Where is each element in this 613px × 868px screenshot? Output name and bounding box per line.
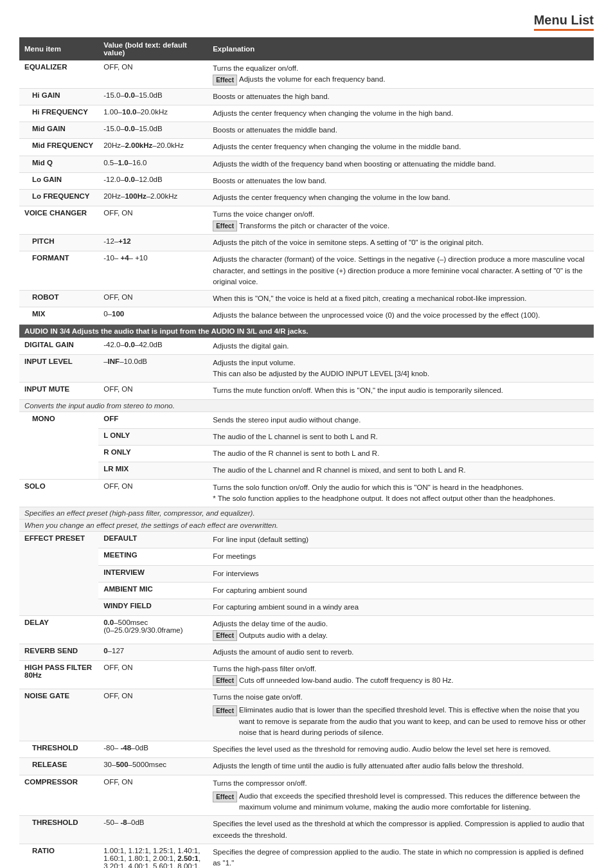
effect-badge: Effect bbox=[213, 705, 237, 716]
list-item: AMBIENT MICFor capturing ambient sound bbox=[19, 582, 594, 599]
effect-badge: Effect bbox=[213, 221, 237, 231]
explanation-cell: When this is "ON," the voice is held at … bbox=[208, 291, 594, 307]
explanation-cell: Turns the solo function on/off. Only the… bbox=[208, 479, 594, 507]
col-header-item: Menu item bbox=[19, 37, 98, 60]
table-row: RELEASE30–500–5000msecAdjusts the length… bbox=[19, 758, 594, 775]
table-row: Hi FREQUENCY1.00–10.0–20.0kHzAdjusts the… bbox=[19, 105, 594, 122]
value-cell: OFF, ON bbox=[98, 775, 208, 816]
value-cell: OFF, ON bbox=[98, 689, 208, 741]
value-cell: 0.5–1.0–16.0 bbox=[98, 156, 208, 172]
table-row: VOICE CHANGEROFF, ONTurns the voice chan… bbox=[19, 206, 594, 235]
list-item: R ONLYThe audio of the R channel is sent… bbox=[19, 446, 594, 462]
page-header: Menu List bbox=[19, 13, 594, 31]
menu-item-cell: COMPRESSOR bbox=[19, 775, 98, 816]
menu-table: Menu item Value (bold text: default valu… bbox=[19, 37, 594, 868]
menu-item-cell: INPUT MUTE bbox=[19, 383, 98, 399]
value-cell: 1.00:1, 1.12:1, 1.25:1, 1.40:1,1.60:1, 1… bbox=[98, 844, 208, 868]
menu-item-cell: SOLO bbox=[19, 479, 98, 507]
value-cell: 20Hz–2.00kHz–20.0kHz bbox=[98, 139, 208, 156]
explanation-cell: Turns the mute function on/off. When thi… bbox=[208, 383, 594, 399]
explanation-cell: Adjusts the digital gain. bbox=[208, 338, 594, 354]
table-row: INPUT LEVEL–INF–10.0dBAdjusts the input … bbox=[19, 354, 594, 383]
table-row: DELAY0.0–500msec(0–25.0/29.9/30.0frame)A… bbox=[19, 616, 594, 644]
menu-item-cell: PITCH bbox=[19, 235, 98, 251]
col-header-value: Value (bold text: default value) bbox=[98, 37, 208, 60]
menu-item-cell: INPUT LEVEL bbox=[19, 354, 98, 383]
value-cell: –INF–10.0dB bbox=[98, 354, 208, 383]
menu-item-cell: Mid FREQUENCY bbox=[19, 139, 98, 156]
explanation-cell: Boosts or attenuates the high band. bbox=[208, 88, 594, 105]
section-header-row: AUDIO IN 3/4 Adjusts the audio that is i… bbox=[19, 324, 594, 338]
value-cell: 0–127 bbox=[98, 644, 208, 661]
table-row: FORMANT-10– +4– +10Adjusts the character… bbox=[19, 251, 594, 291]
table-row: THRESHOLD-80– -48–0dBSpecifies the level… bbox=[19, 741, 594, 758]
explanation-cell: Turns the voice changer on/off.EffectTra… bbox=[208, 206, 594, 235]
value-cell: -42.0–0.0–42.0dB bbox=[98, 338, 208, 354]
explanation-cell: Adjusts the center frequency when changi… bbox=[208, 105, 594, 122]
menu-item-cell: EQUALIZER bbox=[19, 60, 98, 88]
value-cell: -15.0–0.0–15.0dB bbox=[98, 88, 208, 105]
explanation-cell: Adjusts the amount of audio sent to reve… bbox=[208, 644, 594, 661]
menu-item-cell: NOISE GATE bbox=[19, 689, 98, 741]
list-item: EFFECT PRESETDEFAULTFor line input (defa… bbox=[19, 532, 594, 548]
list-item: L ONLYThe audio of the L channel is sent… bbox=[19, 428, 594, 445]
effect-badge: Effect bbox=[213, 630, 237, 641]
list-item: MEETINGFor meetings bbox=[19, 548, 594, 565]
explanation-cell: Boosts or attenuates the middle band. bbox=[208, 122, 594, 139]
effect-badge: Effect bbox=[213, 675, 237, 686]
explanation-cell: Adjusts the pitch of the voice in semito… bbox=[208, 235, 594, 251]
page-title: Menu List bbox=[534, 13, 594, 31]
explanation-cell: Adjusts the delay time of the audio.Effe… bbox=[208, 616, 594, 644]
menu-item-cell: Hi GAIN bbox=[19, 88, 98, 105]
menu-item-cell: THRESHOLD bbox=[19, 741, 98, 758]
list-item: MONOOFFSends the stereo input audio with… bbox=[19, 411, 594, 428]
explanation-cell: Specifies the degree of compression appl… bbox=[208, 844, 594, 868]
explanation-cell: Boosts or attenuates the low band. bbox=[208, 172, 594, 189]
explanation-cell: Adjusts the character (formant) of the v… bbox=[208, 251, 594, 291]
explanation-cell: Specifies the level used as the threshol… bbox=[208, 816, 594, 844]
table-row: Mid Q0.5–1.0–16.0Adjusts the width of th… bbox=[19, 156, 594, 172]
menu-item-cell: MIX bbox=[19, 307, 98, 324]
value-cell: -10– +4– +10 bbox=[98, 251, 208, 291]
table-row: COMPRESSOROFF, ONTurns the compressor on… bbox=[19, 775, 594, 816]
menu-item-cell: RATIO bbox=[19, 844, 98, 868]
explanation-cell: Specifies the level used as the threshol… bbox=[208, 741, 594, 758]
table-row: NOISE GATEOFF, ONTurns the noise gate on… bbox=[19, 689, 594, 741]
table-row: Mid GAIN-15.0–0.0–15.0dBBoosts or attenu… bbox=[19, 122, 594, 139]
value-cell: 1.00–10.0–20.0kHz bbox=[98, 105, 208, 122]
table-row: HIGH PASS FILTER80HzOFF, ONTurns the hig… bbox=[19, 661, 594, 689]
explanation-cell: Turns the compressor on/off.EffectAudio … bbox=[208, 775, 594, 816]
value-cell: -12–+12 bbox=[98, 235, 208, 251]
menu-item-cell: Mid GAIN bbox=[19, 122, 98, 139]
value-cell: -50– -8–0dB bbox=[98, 816, 208, 844]
list-item: WINDY FIELDFor capturing ambient sound i… bbox=[19, 599, 594, 616]
value-cell: OFF, ON bbox=[98, 661, 208, 689]
table-row: EQUALIZEROFF, ONTurns the equalizer on/o… bbox=[19, 60, 594, 88]
explanation-cell: Adjusts the balance between the unproces… bbox=[208, 307, 594, 324]
table-header-row: Menu item Value (bold text: default valu… bbox=[19, 37, 594, 60]
menu-item-cell: Lo GAIN bbox=[19, 172, 98, 189]
explanation-cell: Adjusts the center frequency when changi… bbox=[208, 139, 594, 156]
table-row: PITCH-12–+12Adjusts the pitch of the voi… bbox=[19, 235, 594, 251]
menu-item-cell: Mid Q bbox=[19, 156, 98, 172]
table-row: ROBOTOFF, ONWhen this is "ON," the voice… bbox=[19, 291, 594, 307]
menu-item-cell: Lo FREQUENCY bbox=[19, 190, 98, 206]
table-row: Hi GAIN-15.0–0.0–15.0dBBoosts or attenua… bbox=[19, 88, 594, 105]
full-span-row: Converts the input audio from stereo to … bbox=[19, 399, 594, 411]
table-row: RATIO1.00:1, 1.12:1, 1.25:1, 1.40:1,1.60… bbox=[19, 844, 594, 868]
value-cell: -80– -48–0dB bbox=[98, 741, 208, 758]
value-cell: 20Hz–100Hz–2.00kHz bbox=[98, 190, 208, 206]
menu-item-cell: HIGH PASS FILTER80Hz bbox=[19, 661, 98, 689]
table-row: THRESHOLD-50– -8–0dBSpecifies the level … bbox=[19, 816, 594, 844]
menu-item-cell: THRESHOLD bbox=[19, 816, 98, 844]
value-cell: OFF, ON bbox=[98, 383, 208, 399]
col-header-explanation: Explanation bbox=[208, 37, 594, 60]
table-row: REVERB SEND0–127Adjusts the amount of au… bbox=[19, 644, 594, 661]
value-cell: -15.0–0.0–15.0dB bbox=[98, 122, 208, 139]
menu-item-cell: DIGITAL GAIN bbox=[19, 338, 98, 354]
value-cell: 30–500–5000msec bbox=[98, 758, 208, 775]
value-cell: -12.0–0.0–12.0dB bbox=[98, 172, 208, 189]
list-item: LR MIXThe audio of the L channel and R c… bbox=[19, 462, 594, 479]
list-item: INTERVIEWFor interviews bbox=[19, 565, 594, 582]
effect-badge: Effect bbox=[213, 791, 237, 802]
